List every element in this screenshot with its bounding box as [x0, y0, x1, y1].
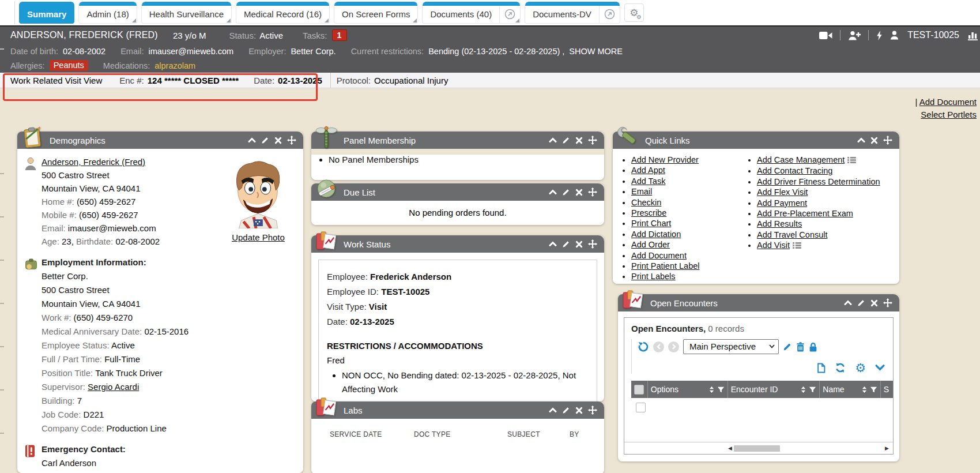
column-header-status[interactable]: S	[881, 381, 894, 398]
column-header-name[interactable]: Name	[820, 381, 880, 398]
tab-settings-button[interactable]: ⚙ ⚙	[624, 3, 644, 22]
collapse-icon[interactable]	[549, 136, 557, 144]
external-link-icon[interactable]	[599, 2, 620, 23]
edit-icon[interactable]	[562, 188, 570, 196]
new-record-icon[interactable]	[817, 363, 826, 373]
quick-link[interactable]: Checkin	[631, 198, 661, 207]
sort-icon[interactable]	[709, 386, 714, 393]
scroll-right-icon[interactable]: ▶	[883, 445, 891, 451]
external-link-icon[interactable]	[499, 2, 520, 23]
labs-col-subject[interactable]: SUBJECT	[507, 430, 570, 438]
quick-link[interactable]: Add Document	[631, 251, 687, 260]
collapse-icon[interactable]	[549, 240, 557, 248]
collapse-icon[interactable]	[549, 406, 557, 414]
scroll-thumb[interactable]	[734, 445, 780, 452]
quick-link[interactable]: Add Task	[631, 177, 665, 186]
labs-col-service-date[interactable]: SERVICE DATE	[330, 430, 414, 438]
quick-link[interactable]: Print Chart	[631, 219, 671, 228]
edit-icon[interactable]	[562, 406, 570, 414]
tab-admin[interactable]: Admin (18)	[78, 2, 137, 24]
quick-link[interactable]: Add Results	[757, 219, 802, 228]
column-header-encounter-id[interactable]: Encounter ID	[728, 381, 820, 398]
move-icon[interactable]	[588, 406, 597, 415]
patient-icon[interactable]	[890, 31, 899, 40]
edit-perspective-icon[interactable]	[783, 342, 792, 351]
edit-icon[interactable]	[562, 136, 570, 144]
lock-icon[interactable]	[809, 342, 817, 352]
quick-link[interactable]: Add Order	[631, 240, 670, 249]
expand-icon[interactable]	[875, 365, 885, 371]
sort-icon[interactable]	[801, 386, 806, 393]
move-icon[interactable]	[588, 187, 597, 197]
labs-col-doc-type[interactable]: DOC TYPE	[414, 430, 507, 438]
quick-link[interactable]: Add Driver Fitness Determination	[757, 177, 880, 186]
labs-col-by[interactable]: BY	[570, 430, 579, 438]
tasks-count-badge[interactable]: 1	[332, 29, 347, 41]
quick-link[interactable]: Add Pre-Placement Exam	[757, 209, 853, 218]
tab-documents-dv[interactable]: Documents-DV	[525, 2, 620, 24]
edit-icon[interactable]	[562, 240, 570, 248]
tab-summary[interactable]: Summary	[19, 2, 74, 24]
flowsheet-chart-icon[interactable]	[968, 30, 979, 40]
filter-icon[interactable]	[809, 386, 816, 393]
refresh-icon[interactable]	[835, 362, 846, 373]
next-page-icon[interactable]	[668, 341, 679, 352]
collapse-icon[interactable]	[549, 188, 557, 196]
close-icon[interactable]	[575, 137, 583, 144]
scroll-left-icon[interactable]: ◀	[726, 445, 734, 451]
collapse-icon[interactable]	[248, 136, 256, 144]
select-portlets-link[interactable]: Select Portlets	[921, 110, 977, 119]
close-icon[interactable]	[274, 137, 282, 144]
column-header-options[interactable]: Options	[648, 381, 728, 398]
patient-name-link[interactable]: Anderson, Frederick (Fred)	[42, 157, 145, 167]
edit-icon[interactable]	[261, 136, 269, 144]
quick-link[interactable]: Add Contact Tracing	[757, 166, 832, 175]
medication-value[interactable]: alprazolam	[154, 61, 195, 70]
add-person-icon[interactable]	[848, 31, 861, 40]
move-icon[interactable]	[588, 239, 597, 249]
quick-link[interactable]: Add Flex Visit	[757, 187, 808, 197]
collapse-icon[interactable]	[857, 136, 865, 144]
filter-icon[interactable]	[717, 386, 725, 393]
quick-link[interactable]: Add Payment	[757, 198, 807, 208]
collapse-icon[interactable]	[844, 299, 852, 307]
quick-link[interactable]: Email	[631, 187, 652, 196]
supervisor-link[interactable]: Sergio Acardi	[88, 382, 139, 392]
list-icon[interactable]	[793, 241, 801, 251]
delete-perspective-icon[interactable]	[796, 342, 805, 352]
quick-link[interactable]: Prescribe	[631, 208, 666, 217]
reset-icon[interactable]	[638, 341, 649, 352]
show-more-link[interactable]: SHOW MORE	[569, 47, 623, 56]
close-icon[interactable]	[870, 137, 878, 144]
close-icon[interactable]	[575, 189, 583, 196]
quick-link[interactable]: Add Case Management	[757, 155, 845, 164]
add-document-link[interactable]: Add Document	[919, 97, 977, 107]
select-all-checkbox[interactable]	[634, 385, 644, 395]
prev-page-icon[interactable]	[653, 341, 664, 352]
edit-icon[interactable]	[857, 299, 865, 307]
tab-medical-record[interactable]: Medical Record (16)	[236, 2, 330, 24]
quick-link[interactable]: Add Visit	[757, 241, 790, 250]
quick-link[interactable]: Add Travel Consult	[757, 230, 828, 239]
update-photo-link[interactable]: Update Photo	[232, 232, 285, 242]
move-icon[interactable]	[588, 136, 597, 145]
close-icon[interactable]	[575, 241, 583, 248]
video-call-icon[interactable]	[819, 31, 832, 40]
move-icon[interactable]	[287, 136, 296, 145]
sort-icon[interactable]	[862, 386, 867, 393]
perspective-select[interactable]: Main Perspective	[683, 339, 779, 354]
close-icon[interactable]	[575, 407, 583, 414]
quick-link[interactable]: Add New Provider	[631, 155, 699, 164]
quick-link[interactable]: Print Labels	[631, 272, 676, 281]
quick-link[interactable]: Add Dictation	[631, 230, 681, 239]
tab-health-surveillance[interactable]: Health Surveillance	[141, 2, 232, 24]
filter-icon[interactable]	[870, 386, 877, 393]
allergy-badge[interactable]: Peanuts	[50, 60, 88, 71]
lightning-bolt-icon[interactable]	[876, 31, 883, 40]
tab-on-screen-forms[interactable]: On Screen Forms	[334, 2, 418, 24]
quick-link[interactable]: Print Patient Label	[631, 261, 700, 271]
tab-documents[interactable]: Documents (40)	[422, 2, 521, 24]
list-icon[interactable]	[847, 155, 856, 166]
move-icon[interactable]	[883, 298, 892, 307]
move-icon[interactable]	[883, 136, 892, 145]
